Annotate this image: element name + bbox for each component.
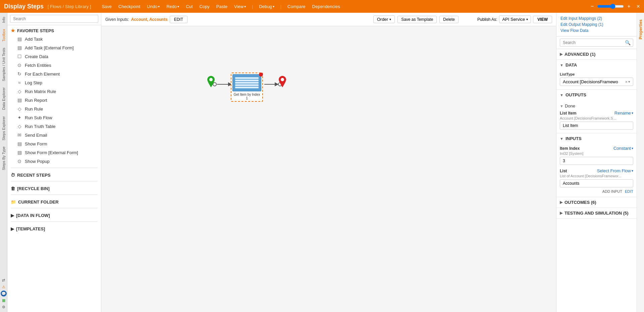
- menu-compare[interactable]: Compare: [285, 3, 308, 10]
- edit-output-mapping-link[interactable]: Edit Output Mapping (1): [560, 21, 633, 28]
- icon-gear[interactable]: ⚙: [1, 304, 7, 310]
- step-for-each[interactable]: ↻For Each Element: [7, 70, 101, 78]
- select-flow-button[interactable]: Select From Flow ▾: [597, 168, 633, 173]
- toolbox-search-input[interactable]: [10, 15, 98, 23]
- step-icon-show-form-ext: ▤: [17, 150, 22, 155]
- step-run-rule[interactable]: ◇Run Rule: [7, 104, 101, 113]
- tab-steps-by-type[interactable]: Steps By Type: [1, 144, 7, 173]
- close-button[interactable]: ×: [636, 3, 640, 10]
- step-add-task[interactable]: ▤Add Task: [7, 35, 101, 43]
- menu-checkpoint[interactable]: Checkpoint: [116, 3, 143, 10]
- step-icon-run-truth-table: ◇: [17, 124, 22, 129]
- tab-toolbox[interactable]: Toolbox: [1, 26, 7, 44]
- given-label: Given Inputs:: [105, 17, 129, 22]
- edit-small-button[interactable]: EDIT: [625, 189, 633, 193]
- step-icon-run-matrix-rule: ◇: [17, 89, 22, 94]
- end-pin: [279, 76, 286, 88]
- menu-save[interactable]: Save: [99, 3, 114, 10]
- item-index-label: Item Index: [560, 146, 580, 151]
- advanced-section-header[interactable]: ▶ ADVANCED (1): [556, 49, 637, 59]
- zoom-out-button[interactable]: −: [589, 3, 596, 10]
- step-run-sub-flow[interactable]: ✦Run Sub Flow: [7, 113, 101, 122]
- outcomes-section-header[interactable]: ▶ OUTCOMES (6): [556, 197, 637, 208]
- given-inputs: Given Inputs: Account, Accounts EDIT: [105, 16, 187, 23]
- icon-warning[interactable]: ⚠: [1, 284, 7, 290]
- step-show-popup[interactable]: ⊙Show Popup: [7, 157, 101, 166]
- data-in-flow-header[interactable]: ▶ [DATA IN FLOW]: [7, 210, 101, 219]
- close-icon-list-type[interactable]: ×: [625, 79, 628, 84]
- view-button[interactable]: VIEW: [533, 16, 552, 23]
- tab-samples[interactable]: Samples / Unit Tests: [1, 45, 7, 84]
- templates-header[interactable]: ▶ [TEMPLATES]: [7, 224, 101, 233]
- flow-node-get-item[interactable]: Get Item by Index 1: [231, 73, 263, 102]
- step-show-form-ext[interactable]: ▤Show Form [External Form]: [7, 148, 101, 157]
- step-create-data[interactable]: ☐Create Data: [7, 52, 101, 61]
- view-flow-data-link[interactable]: View Flow Data: [560, 28, 633, 34]
- inputs-section-header[interactable]: ▼ INPUTS: [556, 133, 637, 144]
- icon-table[interactable]: ▦: [1, 297, 7, 303]
- save-template-button[interactable]: Save as Template: [397, 16, 437, 23]
- inputs-section: ▼ INPUTS Item Index Constant ▾ Int32 [Sy…: [556, 133, 637, 197]
- menu-copy[interactable]: Copy: [197, 3, 212, 10]
- list-account-sublabel: List of Account [DecisionsFramewor...: [560, 174, 633, 178]
- step-icon-run-sub-flow: ✦: [17, 115, 22, 120]
- item-index-input[interactable]: [560, 157, 633, 165]
- list-item-input[interactable]: [560, 122, 633, 130]
- tab-steps-explorer[interactable]: Steps Explorer: [1, 114, 7, 143]
- chevron-right-icon-data: ▶: [11, 213, 14, 218]
- tab-info[interactable]: Info: [1, 14, 7, 26]
- zoom-in-button[interactable]: +: [625, 3, 632, 10]
- step-show-form[interactable]: ▤Show Form: [7, 139, 101, 148]
- testing-section-header[interactable]: ▶ TESTING AND SIMULATION (5): [556, 208, 637, 218]
- edit-input-mappings-link[interactable]: Edit Input Mappings (2): [560, 15, 633, 21]
- right-panel-search-input[interactable]: [560, 39, 633, 47]
- chevron-down-icon-list-type[interactable]: ▾: [628, 80, 630, 84]
- rename-button[interactable]: Rename ▾: [614, 110, 633, 116]
- icon-arrows[interactable]: ⇄: [1, 277, 7, 283]
- advanced-section: ▶ ADVANCED (1): [556, 49, 637, 60]
- accounts-input[interactable]: [560, 179, 633, 187]
- step-add-task-ext[interactable]: ▤Add Task [External Form]: [7, 43, 101, 52]
- list-type-value[interactable]: Account [DecisionsFramewo × ▾: [560, 78, 633, 86]
- current-folder-header[interactable]: 📁 CURRENT FOLDER: [7, 197, 101, 206]
- menu-paste[interactable]: Paste: [214, 3, 230, 10]
- step-run-report[interactable]: ▤Run Report: [7, 96, 101, 104]
- favorite-steps-header[interactable]: ★ FAVORITE STEPS: [7, 25, 101, 35]
- data-section-header[interactable]: ▼ DATA: [556, 60, 637, 70]
- step-run-matrix-rule[interactable]: ◇Run Matrix Rule: [7, 87, 101, 96]
- zoom-slider[interactable]: [597, 4, 624, 9]
- list-item-label: List Item: [560, 111, 576, 116]
- order-button[interactable]: Order ▾: [373, 15, 395, 23]
- menu-view[interactable]: View▾: [231, 3, 249, 10]
- advanced-label: ADVANCED (1): [565, 52, 595, 57]
- menu-dependencies[interactable]: Dependencies: [310, 3, 343, 10]
- icon-chat[interactable]: 💬: [1, 291, 7, 297]
- chevron-down-constant: ▾: [632, 146, 633, 150]
- outputs-section-header[interactable]: ▼ OUTPUTS: [556, 90, 637, 100]
- step-send-email[interactable]: ✉Send Email: [7, 131, 101, 139]
- menu-undo[interactable]: Undo▾: [144, 3, 162, 10]
- publish-select[interactable]: API Service ▾: [499, 15, 531, 23]
- menu-cut[interactable]: Cut: [183, 3, 195, 10]
- properties-tab[interactable]: Properties: [637, 13, 644, 312]
- chevron-right-advanced: ▶: [560, 52, 562, 56]
- constant-button[interactable]: Constant ▾: [613, 146, 633, 151]
- recent-steps-header[interactable]: ⏱ RECENT STEPS: [7, 170, 101, 179]
- menu-redo[interactable]: Redo▾: [164, 3, 182, 10]
- menu-debug[interactable]: Debug▾: [256, 3, 277, 10]
- data-in-flow-label: [DATA IN FLOW]: [16, 213, 50, 218]
- step-fetch-entities[interactable]: ⊙Fetch Entities: [7, 61, 101, 70]
- recycle-bin-header[interactable]: 🗑 [RECYCLE BIN]: [7, 183, 101, 192]
- step-log-step[interactable]: ≈Log Step: [7, 78, 101, 87]
- right-panel: Edit Input Mappings (2) Edit Output Mapp…: [556, 13, 637, 312]
- tab-data-explorer[interactable]: Data Explorer: [1, 85, 7, 113]
- flow-canvas[interactable]: Get Item by Index 1: [101, 26, 556, 312]
- step-icon-run-rule: ◇: [17, 106, 22, 112]
- edit-inputs-button[interactable]: EDIT: [170, 16, 187, 23]
- outcomes-section: ▶ OUTCOMES (6): [556, 197, 637, 208]
- add-input-button[interactable]: ADD INPUT: [602, 189, 622, 193]
- delete-button[interactable]: Delete: [439, 16, 459, 23]
- outputs-section-content: ▼ Done List Item Rename ▾ Account [Decis…: [556, 100, 637, 133]
- step-run-truth-table[interactable]: ◇Run Truth Table: [7, 122, 101, 131]
- main-layout: Info Toolbox Samples / Unit Tests Data E…: [0, 13, 644, 312]
